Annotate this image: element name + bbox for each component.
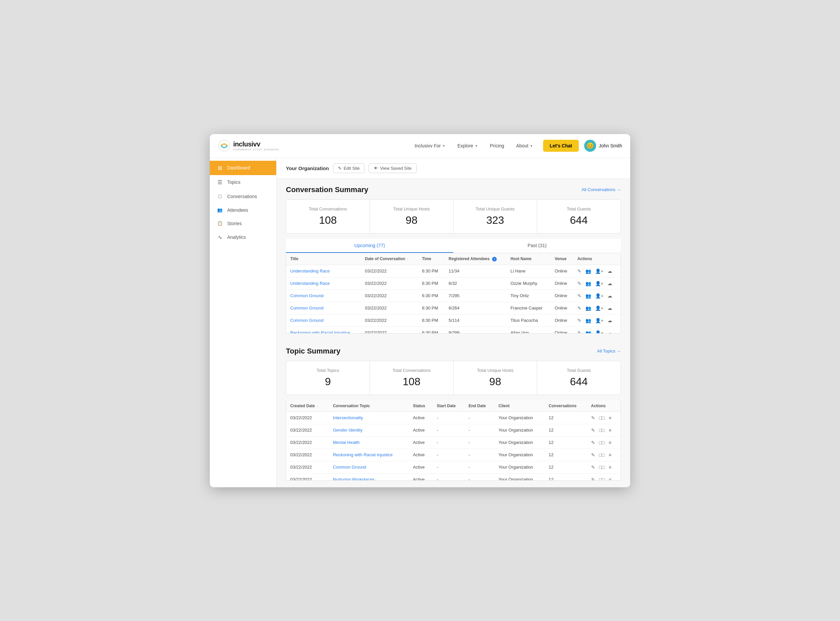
- delete-icon[interactable]: ≡: [608, 415, 611, 421]
- sidebar-item-dashboard[interactable]: ⊞ Dashboard: [210, 161, 276, 175]
- copy-icon[interactable]: □□: [599, 477, 605, 480]
- copy-icon[interactable]: □□: [599, 415, 605, 421]
- edit-icon[interactable]: ✎: [591, 415, 595, 421]
- sidebar-item-stories[interactable]: 📋 Stories: [210, 217, 276, 230]
- add-attendee-icon[interactable]: 👤+: [595, 281, 603, 286]
- col-actions: Actions: [573, 253, 620, 265]
- total-guests-label: Total Guests: [544, 206, 614, 211]
- conv-date: 03/22/2022: [361, 277, 418, 289]
- edit-icon[interactable]: ✎: [591, 477, 595, 480]
- copy-icon[interactable]: □□: [599, 427, 605, 433]
- topic-title-link[interactable]: Intersectionality: [333, 415, 363, 420]
- info-icon[interactable]: i: [492, 257, 497, 262]
- nav-pricing[interactable]: Pricing: [485, 141, 509, 151]
- add-attendee-icon[interactable]: 👤+: [595, 330, 603, 333]
- sidebar-item-topics[interactable]: ☰ Topics: [210, 175, 276, 189]
- total-unique-hosts-stat: Total Unique Hosts 98: [370, 200, 454, 233]
- total-topics-label: Total Topics: [293, 368, 363, 373]
- cloud-icon[interactable]: ☁: [608, 318, 612, 323]
- nav-about[interactable]: About ▼: [511, 141, 538, 151]
- cloud-icon[interactable]: ☁: [608, 281, 612, 286]
- conv-registered: 9/299: [445, 327, 507, 333]
- edit-site-button[interactable]: ✎ Edit Site: [333, 164, 365, 173]
- conv-title-link[interactable]: Common Ground: [290, 318, 324, 323]
- logo-name: inclusivv: [233, 141, 279, 148]
- cloud-icon[interactable]: ☁: [608, 330, 612, 333]
- total-unique-guests-label: Total Unique Guests: [460, 206, 531, 211]
- all-conversations-link[interactable]: All Conversations →: [581, 187, 621, 192]
- add-attendee-icon[interactable]: 👤+: [595, 293, 603, 298]
- topic-total-guests-value: 644: [544, 376, 614, 388]
- topic-table-container: Created Date ↓ Conversation Topic Status…: [286, 400, 621, 480]
- conv-title-link[interactable]: Understanding Race: [290, 268, 330, 274]
- topic-table-scroll[interactable]: Created Date ↓ Conversation Topic Status…: [286, 400, 620, 480]
- conversations-icon: □: [217, 194, 223, 200]
- edit-icon[interactable]: ✎: [591, 452, 595, 457]
- edit-icon[interactable]: ✎: [578, 330, 581, 333]
- delete-icon[interactable]: ≡: [608, 452, 611, 457]
- conv-title-link[interactable]: Reckoning with Racial Injustice: [290, 330, 350, 333]
- add-attendee-icon[interactable]: 👤+: [595, 306, 603, 311]
- nav-explore[interactable]: Explore ▼: [453, 141, 482, 151]
- edit-icon[interactable]: ✎: [591, 440, 595, 445]
- delete-icon[interactable]: ≡: [608, 440, 611, 445]
- all-topics-link[interactable]: All Topics →: [597, 348, 621, 353]
- add-attendee-icon[interactable]: 👤+: [595, 268, 603, 274]
- topic-end: -: [465, 412, 495, 424]
- col-created-date[interactable]: Created Date ↓: [286, 400, 329, 412]
- topic-title-link[interactable]: Common Ground: [333, 465, 366, 470]
- edit-icon[interactable]: ✎: [591, 427, 595, 433]
- add-attendee-icon[interactable]: 👤+: [595, 318, 603, 323]
- topic-title-link[interactable]: Gender Identity: [333, 427, 362, 433]
- attendees-icon[interactable]: 👥: [585, 330, 591, 333]
- sidebar-item-attendees[interactable]: 👥 Attendees: [210, 203, 276, 217]
- topic-title-link[interactable]: Reckoning with Racial Injustice: [333, 452, 393, 457]
- topic-title-link[interactable]: Mental Health: [333, 440, 359, 445]
- edit-icon[interactable]: ✎: [578, 306, 581, 311]
- edit-icon[interactable]: ✎: [578, 318, 581, 323]
- tab-past[interactable]: Past (31): [453, 239, 621, 253]
- attendees-icon[interactable]: 👥: [585, 281, 591, 286]
- nav-inclusivv-for[interactable]: Inclusivv For ▼: [410, 141, 450, 151]
- view-saved-site-button[interactable]: 👁 View Saved Site: [368, 164, 416, 173]
- col-registered: Registered Attendees i: [445, 253, 507, 265]
- lets-chat-button[interactable]: Let's Chat: [543, 140, 579, 152]
- attendees-icon[interactable]: 👥: [585, 306, 591, 311]
- topic-created: 03/22/2022: [286, 448, 329, 461]
- tab-upcoming[interactable]: Upcoming (77): [286, 239, 453, 253]
- edit-icon: ✎: [338, 166, 342, 171]
- sidebar-item-conversations[interactable]: □ Conversations: [210, 189, 276, 203]
- topic-conversations: 12: [545, 461, 587, 473]
- topic-status: Active: [409, 448, 433, 461]
- copy-icon[interactable]: □□: [599, 465, 605, 470]
- attendees-icon[interactable]: 👥: [585, 318, 591, 323]
- conv-title-link[interactable]: Understanding Race: [290, 281, 330, 286]
- cloud-icon[interactable]: ☁: [608, 293, 612, 298]
- sidebar-item-analytics[interactable]: ∿ Analytics: [210, 230, 276, 244]
- copy-icon[interactable]: □□: [599, 440, 605, 445]
- edit-icon[interactable]: ✎: [591, 465, 595, 470]
- chevron-down-icon: ▼: [530, 144, 533, 148]
- conv-title-link[interactable]: Common Ground: [290, 306, 324, 310]
- topics-icon: ☰: [217, 179, 223, 185]
- conv-title-link[interactable]: Common Ground: [290, 293, 324, 298]
- conv-host: Tiny Ortiz: [506, 289, 550, 302]
- edit-icon[interactable]: ✎: [578, 268, 581, 274]
- col-status: Status: [409, 400, 433, 412]
- attendees-icon[interactable]: 👥: [585, 268, 591, 274]
- delete-icon[interactable]: ≡: [608, 465, 611, 470]
- edit-icon[interactable]: ✎: [578, 281, 581, 286]
- delete-icon[interactable]: ≡: [608, 427, 611, 433]
- attendees-icon[interactable]: 👥: [585, 293, 591, 298]
- delete-icon[interactable]: ≡: [608, 477, 611, 480]
- edit-icon[interactable]: ✎: [578, 293, 581, 298]
- col-conversation-topic: Conversation Topic: [329, 400, 409, 412]
- copy-icon[interactable]: □□: [599, 452, 605, 457]
- col-date[interactable]: Date of Conversation ↑: [361, 253, 418, 265]
- dashboard-icon: ⊞: [217, 165, 223, 171]
- cloud-icon[interactable]: ☁: [608, 268, 612, 274]
- cloud-icon[interactable]: ☁: [608, 306, 612, 311]
- conversation-table-scroll[interactable]: Title Date of Conversation ↑ Time Regist…: [286, 253, 620, 333]
- topic-start: -: [433, 473, 464, 480]
- topic-title-link[interactable]: Nurturing Workplaces: [333, 477, 375, 480]
